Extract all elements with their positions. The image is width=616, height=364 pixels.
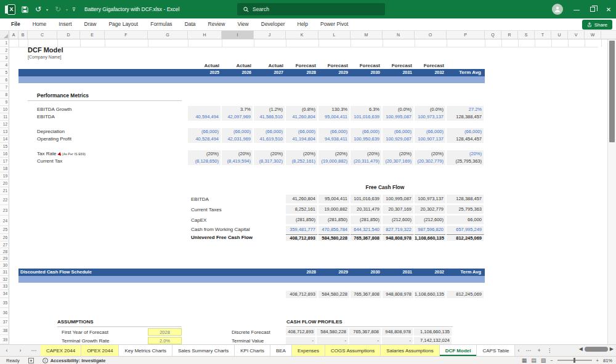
metric-value-cell[interactable]: (20%)	[222, 150, 253, 158]
zoom-out-button[interactable]: −	[550, 358, 553, 363]
metric-value-cell[interactable]: (8,317,302)	[254, 158, 285, 165]
metric-value-cell[interactable]: (66,000)	[222, 128, 253, 135]
sheet-tab-key-metrics-charts[interactable]: Key Metrics Charts	[119, 345, 172, 356]
metric-label-cell[interactable]: Tax Rate(As Per IS E69)	[37, 150, 86, 158]
row-header-13[interactable]: 13	[0, 128, 9, 135]
year-cell[interactable]: 2030	[351, 69, 382, 76]
fcf-value-cell[interactable]: 359,481,777	[286, 226, 318, 233]
zoom-level[interactable]: 81%	[603, 358, 612, 363]
year-cell[interactable]: 2031	[383, 69, 414, 76]
tab-nav-more-icon[interactable]: ⋯	[27, 345, 41, 356]
dcf-schedule-value-cell[interactable]: 584,580,228	[318, 291, 350, 298]
metric-label-cell[interactable]: EBITDA Growth	[37, 106, 71, 113]
metric-label-cell[interactable]: Operating Profit	[37, 135, 71, 143]
metric-value-cell[interactable]: (8,128,650)	[188, 158, 221, 165]
row-header-37[interactable]: 37	[0, 318, 9, 326]
cfp-value-cell[interactable]: 948,808,978	[382, 328, 413, 336]
metric-value-cell[interactable]: (66,000)	[383, 128, 414, 135]
row-header-27[interactable]: 27	[0, 241, 9, 248]
dcf-schedule-value-cell[interactable]: 948,808,978	[383, 291, 414, 298]
dcf-schedule-year-cell[interactable]: 2028	[286, 269, 318, 276]
dcf-schedule-value-cell[interactable]: 1,108,660,135	[415, 291, 446, 298]
sheet-tab-salaries-assumptions[interactable]: Salaries Assumptions	[381, 345, 439, 356]
metric-value-cell[interactable]: 100,907,137	[415, 135, 446, 143]
metric-value-cell[interactable]: (20%)	[383, 150, 414, 158]
share-button[interactable]: Share	[582, 20, 612, 30]
minimize-button[interactable]: —	[569, 1, 584, 18]
free-cash-flow-title[interactable]: Free Cash Flow	[351, 184, 419, 190]
metric-value-cell[interactable]: 41,194,804	[286, 135, 318, 143]
doc-title-cell[interactable]: DCF Model	[28, 46, 63, 54]
metric-value-cell[interactable]	[188, 106, 221, 113]
metric-value-cell[interactable]: (19,000,882)	[318, 158, 350, 165]
cfp-value-cell[interactable]: 408,712,893	[286, 328, 316, 336]
assumptions-header[interactable]: ASSUMPTIONS	[57, 319, 94, 325]
metric-term-avg-cell[interactable]: 27.2%	[447, 106, 484, 113]
fcf-value-cell[interactable]: 128,388,457	[447, 195, 484, 203]
ribbon-tab-draw[interactable]: Draw	[78, 18, 103, 30]
sheet-tab-kpi-charts[interactable]: KPI Charts	[235, 345, 270, 356]
metric-term-avg-cell[interactable]: (66,000)	[447, 128, 484, 135]
cfp-value-cell[interactable]: -	[349, 337, 381, 344]
metric-value-cell[interactable]: (0.0%)	[415, 106, 446, 113]
undo-button[interactable]: ↺	[33, 4, 44, 15]
cfp-value-cell[interactable]: -	[317, 337, 349, 344]
row-header-25[interactable]: 25	[0, 226, 9, 234]
metric-value-cell[interactable]: 100,995,087	[383, 113, 414, 121]
row-header-16[interactable]: 16	[0, 150, 9, 158]
new-sheet-button[interactable]: +	[537, 347, 540, 354]
column-header-F[interactable]: F	[105, 31, 148, 39]
redo-dropdown-icon[interactable]: ▾	[66, 7, 70, 12]
fcf-value-cell[interactable]: (281,850)	[286, 216, 318, 224]
metric-value-cell[interactable]: (20%)	[286, 150, 318, 158]
sheet-tab-capex-2044[interactable]: CAPEX 2044	[41, 345, 81, 356]
column-header-Q[interactable]: Q	[485, 31, 501, 39]
sheet-tab-sales-summary-charts[interactable]: Sales Summary Charts	[172, 345, 235, 356]
fcf-value-cell[interactable]: 100,995,087	[383, 195, 414, 203]
period-type-cell[interactable]: Forecast	[383, 62, 414, 69]
row-header-19[interactable]: 19	[0, 172, 9, 180]
fcf-value-cell[interactable]: 25,795,363	[447, 205, 484, 214]
dcf-schedule-year-cell[interactable]: 2031	[383, 269, 414, 276]
column-header-H[interactable]: H	[188, 31, 222, 39]
vertical-scrollbar[interactable]	[607, 39, 616, 344]
row-header-14[interactable]: 14	[0, 135, 9, 143]
sheet-tab-cogs-assumptions[interactable]: COGS Assumptions	[325, 345, 381, 356]
row-header-17[interactable]: 17	[0, 158, 9, 165]
period-type-cell[interactable]: Forecast	[351, 62, 382, 69]
fcf-value-cell[interactable]: 101,016,639	[351, 195, 382, 203]
account-avatar[interactable]	[552, 4, 563, 15]
zoom-slider-knob[interactable]	[573, 358, 575, 363]
ribbon-tab-view[interactable]: View	[231, 18, 254, 30]
ribbon-tab-formulas[interactable]: Formulas	[144, 18, 178, 30]
cfp-value-cell[interactable]: 7,142,132,024	[414, 337, 452, 344]
fcf-label-cell[interactable]: Cash from Working Capital	[191, 226, 249, 233]
fcf-value-cell[interactable]: 20,302,779	[415, 205, 446, 214]
view-normal-icon[interactable]: ▦	[522, 357, 527, 363]
fcf-value-cell[interactable]: 948,808,978	[383, 234, 414, 241]
metric-value-cell[interactable]: 100,929,087	[383, 135, 414, 143]
dcf-schedule-year-cell[interactable]: 2032	[415, 269, 446, 276]
restore-button[interactable]	[585, 1, 600, 18]
qat-customize-icon[interactable]: ⊽	[72, 7, 76, 12]
row-header-1[interactable]: 1	[0, 39, 9, 47]
ribbon-tab-insert[interactable]: Insert	[52, 18, 78, 30]
row-header-22[interactable]: 22	[0, 195, 9, 205]
row-header-8[interactable]: 8	[0, 91, 9, 99]
fcf-value-cell[interactable]: 657,995,249	[447, 226, 484, 233]
metric-term-avg-cell[interactable]: 128,388,457	[447, 113, 484, 121]
metric-value-cell[interactable]: 94,938,411	[318, 135, 350, 143]
company-name-cell[interactable]: [Company Name]	[28, 55, 61, 59]
assumption-label-cell[interactable]: First Year of Forecast	[62, 328, 108, 336]
metric-value-cell[interactable]: (20,307,169)	[383, 158, 414, 165]
fcf-value-cell[interactable]: 470,856,784	[318, 226, 350, 233]
cfp-value-cell[interactable]: -	[286, 337, 316, 344]
assumption-input-cell[interactable]: 2028	[148, 328, 182, 336]
period-type-cell[interactable]: Actual	[188, 62, 221, 69]
column-header-I[interactable]: I	[222, 31, 254, 39]
assumption-input-cell[interactable]: 2.0%	[148, 337, 182, 344]
redo-button[interactable]: ↻	[52, 4, 63, 15]
metric-value-cell[interactable]: (1.2%)	[254, 106, 285, 113]
row-header-26[interactable]: 26	[0, 234, 9, 242]
column-header-N[interactable]: N	[383, 31, 415, 39]
